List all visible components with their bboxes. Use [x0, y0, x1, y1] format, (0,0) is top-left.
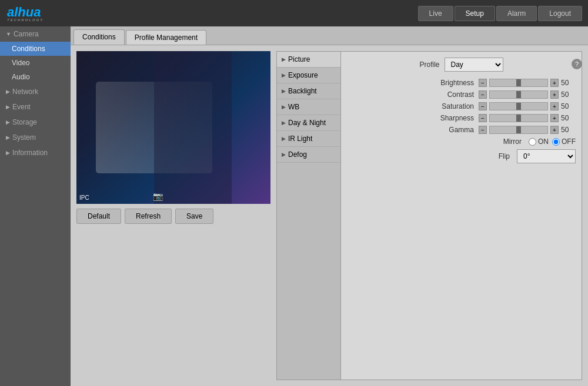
contrast-track[interactable] [489, 90, 548, 99]
content-area: Conditions Profile Management ? IPC 📷 De… [71, 26, 588, 386]
flip-select[interactable]: 0° 90° 180° 270° [517, 149, 576, 163]
sharpness-row: Sharpness − + 50 [347, 114, 576, 122]
sidebar-section-network[interactable]: ▶ Network [0, 84, 71, 99]
camera-overlay-text: IPC [79, 194, 89, 201]
sidebar-video-label: Video [12, 59, 29, 67]
sidebar-section-information[interactable]: ▶ Information [0, 145, 71, 160]
information-arrow-icon: ▶ [6, 150, 10, 156]
contrast-plus-button[interactable]: + [550, 90, 559, 99]
saturation-value: 50 [561, 102, 576, 110]
saturation-label: Saturation [433, 102, 474, 110]
brightness-plus-button[interactable]: + [550, 79, 559, 87]
gamma-label: Gamma [433, 126, 474, 134]
backlight-arrow-icon: ▶ [282, 88, 286, 94]
tab-conditions[interactable]: Conditions [74, 29, 125, 45]
refresh-button[interactable]: Refresh [125, 209, 172, 224]
sidebar-section-system[interactable]: ▶ System [0, 130, 71, 145]
sharpness-thumb[interactable] [516, 115, 521, 122]
menu-item-picture[interactable]: ▶ Picture [277, 52, 340, 68]
flip-row: Flip 0° 90° 180° 270° [347, 149, 576, 163]
sidebar-section-storage[interactable]: ▶ Storage [0, 115, 71, 130]
menu-item-ir-light[interactable]: ▶ IR Light [277, 131, 340, 147]
menu-defog-label: Defog [288, 150, 307, 159]
camera-snapshot-icon[interactable]: 📷 [153, 192, 163, 201]
wb-arrow-icon: ▶ [282, 104, 286, 110]
sidebar-item-conditions[interactable]: Conditions [0, 42, 71, 56]
tab-conditions-label: Conditions [82, 33, 116, 41]
svg-text:TECHNOLOGY: TECHNOLOGY [7, 18, 44, 22]
sharpness-track[interactable] [489, 114, 548, 122]
svg-text:alhua: alhua [7, 5, 41, 19]
brightness-minus-button[interactable]: − [479, 79, 487, 87]
help-icon[interactable]: ? [572, 59, 582, 69]
camera-buttons: Default Refresh Save [76, 209, 270, 224]
contrast-row: Contrast − + 50 [347, 90, 576, 99]
sidebar-event-label: Event [12, 103, 31, 111]
saturation-track[interactable] [489, 102, 548, 110]
exposure-arrow-icon: ▶ [282, 72, 286, 78]
live-button[interactable]: Live [418, 6, 453, 21]
saturation-thumb[interactable] [516, 103, 521, 110]
flip-label: Flip [469, 152, 510, 160]
default-button[interactable]: Default [76, 209, 121, 224]
picture-arrow-icon: ▶ [282, 56, 286, 62]
profile-row: Profile Day Night Normal [347, 58, 576, 72]
saturation-plus-button[interactable]: + [550, 102, 559, 110]
sidebar-item-audio[interactable]: Audio [0, 70, 71, 84]
sidebar: ▼ Camera Conditions Video Audio ▶ Networ… [0, 26, 71, 386]
brightness-thumb[interactable] [516, 79, 521, 86]
logout-button[interactable]: Logout [538, 6, 582, 21]
sidebar-section-camera[interactable]: ▼ Camera [0, 26, 71, 42]
settings-menu: ▶ Picture ▶ Exposure ▶ Backlight ▶ WB [276, 51, 341, 380]
mirror-on-radio[interactable] [529, 138, 536, 146]
tab-profile-management[interactable]: Profile Management [126, 30, 206, 45]
settings-panel: ▶ Picture ▶ Exposure ▶ Backlight ▶ WB [276, 51, 582, 380]
camera-preview: IPC 📷 [76, 51, 270, 204]
sharpness-minus-button[interactable]: − [479, 114, 487, 122]
gamma-minus-button[interactable]: − [479, 126, 487, 134]
contrast-thumb[interactable] [516, 91, 521, 98]
main-layout: ▼ Camera Conditions Video Audio ▶ Networ… [0, 26, 588, 386]
menu-exposure-label: Exposure [288, 71, 318, 79]
camera-section: IPC 📷 Default Refresh Save [76, 51, 270, 380]
sidebar-section-event[interactable]: ▶ Event [0, 99, 71, 115]
brightness-track[interactable] [489, 79, 548, 87]
menu-item-backlight[interactable]: ▶ Backlight [277, 83, 340, 99]
menu-backlight-label: Backlight [288, 87, 317, 95]
profile-select[interactable]: Day Night Normal [445, 58, 503, 72]
sidebar-item-video[interactable]: Video [0, 56, 71, 70]
sidebar-storage-label: Storage [12, 118, 37, 126]
mirror-label: Mirror [480, 137, 522, 146]
event-arrow-icon: ▶ [6, 104, 10, 110]
menu-day-night-label: Day & Night [288, 119, 326, 127]
gamma-row: Gamma − + 50 [347, 126, 576, 134]
menu-item-wb[interactable]: ▶ WB [277, 99, 340, 115]
settings-right: Profile Day Night Normal Brightness − [341, 51, 582, 380]
gamma-track[interactable] [489, 126, 548, 134]
mirror-off-label[interactable]: OFF [552, 137, 576, 146]
mirror-on-label[interactable]: ON [529, 137, 549, 146]
tab-profile-management-label: Profile Management [135, 33, 198, 42]
alarm-button[interactable]: Alarm [496, 6, 537, 21]
logo-main: alhua TECHNOLOGY [6, 1, 59, 25]
menu-item-defog[interactable]: ▶ Defog [277, 147, 340, 163]
menu-item-exposure[interactable]: ▶ Exposure [277, 68, 340, 83]
logo: alhua TECHNOLOGY [6, 1, 59, 25]
save-button[interactable]: Save [175, 209, 213, 224]
sharpness-plus-button[interactable]: + [550, 114, 559, 122]
system-arrow-icon: ▶ [6, 135, 10, 140]
gamma-thumb[interactable] [516, 126, 521, 133]
menu-item-day-night[interactable]: ▶ Day & Night [277, 115, 340, 131]
gamma-plus-button[interactable]: + [550, 126, 559, 134]
sidebar-conditions-label: Conditions [12, 45, 45, 53]
contrast-value: 50 [561, 90, 576, 99]
menu-picture-label: Picture [288, 55, 310, 63]
contrast-minus-button[interactable]: − [479, 90, 487, 99]
mirror-row: Mirror ON OFF [347, 137, 576, 146]
setup-button[interactable]: Setup [455, 6, 495, 21]
sidebar-camera-label: Camera [14, 30, 39, 38]
saturation-minus-button[interactable]: − [479, 102, 487, 110]
sharpness-value: 50 [561, 114, 576, 122]
sidebar-information-label: Information [12, 149, 48, 157]
mirror-off-radio[interactable] [552, 138, 560, 146]
